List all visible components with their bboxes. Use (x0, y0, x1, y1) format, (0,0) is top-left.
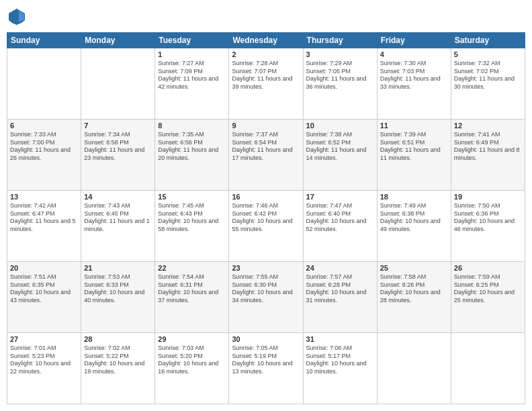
calendar-cell: 19Sunrise: 7:50 AM Sunset: 6:36 PM Dayli… (451, 191, 525, 262)
day-number: 4 (380, 50, 448, 58)
calendar-week-row: 20Sunrise: 7:51 AM Sunset: 6:35 PM Dayli… (7, 262, 525, 333)
calendar-cell: 7Sunrise: 7:34 AM Sunset: 6:58 PM Daylig… (81, 120, 155, 191)
day-number: 5 (454, 50, 522, 58)
calendar-week-row: 6Sunrise: 7:33 AM Sunset: 7:00 PM Daylig… (7, 120, 525, 191)
day-number: 9 (232, 122, 300, 130)
day-number: 26 (454, 264, 522, 272)
day-header: Thursday (303, 33, 377, 48)
day-number: 29 (158, 335, 226, 343)
calendar-cell: 6Sunrise: 7:33 AM Sunset: 7:00 PM Daylig… (7, 120, 81, 191)
cell-info: Sunrise: 7:49 AM Sunset: 6:38 PM Dayligh… (380, 202, 448, 234)
day-number: 15 (158, 193, 226, 201)
header (7, 7, 525, 27)
cell-info: Sunrise: 7:34 AM Sunset: 6:58 PM Dayligh… (84, 131, 152, 163)
cell-info: Sunrise: 7:51 AM Sunset: 6:35 PM Dayligh… (10, 273, 78, 305)
calendar-cell: 20Sunrise: 7:51 AM Sunset: 6:35 PM Dayli… (7, 262, 81, 333)
cell-info: Sunrise: 7:58 AM Sunset: 6:26 PM Dayligh… (380, 273, 448, 305)
cell-info: Sunrise: 7:53 AM Sunset: 6:33 PM Dayligh… (84, 273, 152, 305)
day-number: 14 (84, 193, 152, 201)
day-number: 30 (232, 335, 300, 343)
cell-info: Sunrise: 7:50 AM Sunset: 6:36 PM Dayligh… (454, 202, 522, 234)
page: SundayMondayTuesdayWednesdayThursdayFrid… (0, 0, 532, 411)
logo (7, 7, 30, 27)
cell-info: Sunrise: 7:47 AM Sunset: 6:40 PM Dayligh… (306, 202, 374, 234)
cell-info: Sunrise: 7:54 AM Sunset: 6:31 PM Dayligh… (158, 273, 226, 305)
day-header: Monday (81, 33, 155, 48)
cell-info: Sunrise: 7:29 AM Sunset: 7:05 PM Dayligh… (306, 60, 374, 91)
day-number: 31 (306, 335, 374, 343)
calendar-header-row: SundayMondayTuesdayWednesdayThursdayFrid… (7, 33, 525, 48)
calendar-cell: 11Sunrise: 7:39 AM Sunset: 6:51 PM Dayli… (377, 120, 451, 191)
cell-info: Sunrise: 7:42 AM Sunset: 6:47 PM Dayligh… (10, 202, 78, 234)
day-number: 16 (232, 193, 300, 201)
day-number: 27 (10, 335, 78, 343)
calendar-cell: 1Sunrise: 7:27 AM Sunset: 7:09 PM Daylig… (155, 48, 229, 120)
day-number: 17 (306, 193, 374, 201)
logo-icon (7, 7, 27, 27)
calendar-cell: 9Sunrise: 7:37 AM Sunset: 6:54 PM Daylig… (229, 120, 303, 191)
cell-info: Sunrise: 7:41 AM Sunset: 6:49 PM Dayligh… (454, 131, 522, 163)
calendar-cell (451, 333, 525, 404)
calendar-cell (81, 48, 155, 120)
cell-info: Sunrise: 7:46 AM Sunset: 6:42 PM Dayligh… (232, 202, 300, 234)
cell-info: Sunrise: 7:28 AM Sunset: 7:07 PM Dayligh… (232, 60, 300, 91)
day-header: Sunday (7, 33, 81, 48)
calendar-cell: 30Sunrise: 7:05 AM Sunset: 5:19 PM Dayli… (229, 333, 303, 404)
day-number: 6 (10, 122, 78, 130)
cell-info: Sunrise: 7:35 AM Sunset: 6:56 PM Dayligh… (158, 131, 226, 163)
day-header: Tuesday (155, 33, 229, 48)
day-number: 18 (380, 193, 448, 201)
cell-info: Sunrise: 7:05 AM Sunset: 5:19 PM Dayligh… (232, 345, 300, 376)
calendar-cell: 15Sunrise: 7:45 AM Sunset: 6:43 PM Dayli… (155, 191, 229, 262)
svg-marker-2 (9, 9, 19, 25)
calendar-cell: 12Sunrise: 7:41 AM Sunset: 6:49 PM Dayli… (451, 120, 525, 191)
calendar-cell (377, 333, 451, 404)
calendar-cell: 5Sunrise: 7:32 AM Sunset: 7:02 PM Daylig… (451, 48, 525, 120)
calendar-cell: 24Sunrise: 7:57 AM Sunset: 6:28 PM Dayli… (303, 262, 377, 333)
day-number: 3 (306, 50, 374, 58)
calendar-cell: 3Sunrise: 7:29 AM Sunset: 7:05 PM Daylig… (303, 48, 377, 120)
cell-info: Sunrise: 7:39 AM Sunset: 6:51 PM Dayligh… (380, 131, 448, 163)
cell-info: Sunrise: 7:03 AM Sunset: 5:20 PM Dayligh… (158, 345, 226, 376)
day-header: Wednesday (229, 33, 303, 48)
day-number: 10 (306, 122, 374, 130)
day-number: 2 (232, 50, 300, 58)
calendar-body: 1Sunrise: 7:27 AM Sunset: 7:09 PM Daylig… (7, 48, 525, 404)
cell-info: Sunrise: 7:27 AM Sunset: 7:09 PM Dayligh… (158, 60, 226, 91)
calendar-week-row: 27Sunrise: 7:01 AM Sunset: 5:23 PM Dayli… (7, 333, 525, 404)
cell-info: Sunrise: 7:45 AM Sunset: 6:43 PM Dayligh… (158, 202, 226, 234)
calendar-cell: 16Sunrise: 7:46 AM Sunset: 6:42 PM Dayli… (229, 191, 303, 262)
cell-info: Sunrise: 7:38 AM Sunset: 6:52 PM Dayligh… (306, 131, 374, 163)
cell-info: Sunrise: 7:33 AM Sunset: 7:00 PM Dayligh… (10, 131, 78, 163)
day-number: 12 (454, 122, 522, 130)
calendar-cell (7, 48, 81, 120)
day-number: 25 (380, 264, 448, 272)
calendar-cell: 31Sunrise: 7:06 AM Sunset: 5:17 PM Dayli… (303, 333, 377, 404)
cell-info: Sunrise: 7:02 AM Sunset: 5:22 PM Dayligh… (84, 345, 152, 376)
cell-info: Sunrise: 7:59 AM Sunset: 6:25 PM Dayligh… (454, 273, 522, 305)
calendar-cell: 14Sunrise: 7:43 AM Sunset: 6:45 PM Dayli… (81, 191, 155, 262)
day-number: 19 (454, 193, 522, 201)
calendar-cell: 21Sunrise: 7:53 AM Sunset: 6:33 PM Dayli… (81, 262, 155, 333)
calendar-cell: 23Sunrise: 7:55 AM Sunset: 6:30 PM Dayli… (229, 262, 303, 333)
day-number: 22 (158, 264, 226, 272)
calendar-cell: 25Sunrise: 7:58 AM Sunset: 6:26 PM Dayli… (377, 262, 451, 333)
cell-info: Sunrise: 7:55 AM Sunset: 6:30 PM Dayligh… (232, 273, 300, 305)
day-number: 11 (380, 122, 448, 130)
cell-info: Sunrise: 7:06 AM Sunset: 5:17 PM Dayligh… (306, 345, 374, 376)
cell-info: Sunrise: 7:01 AM Sunset: 5:23 PM Dayligh… (10, 345, 78, 376)
cell-info: Sunrise: 7:57 AM Sunset: 6:28 PM Dayligh… (306, 273, 374, 305)
calendar-cell: 17Sunrise: 7:47 AM Sunset: 6:40 PM Dayli… (303, 191, 377, 262)
day-header: Friday (377, 33, 451, 48)
calendar-week-row: 13Sunrise: 7:42 AM Sunset: 6:47 PM Dayli… (7, 191, 525, 262)
calendar-cell: 26Sunrise: 7:59 AM Sunset: 6:25 PM Dayli… (451, 262, 525, 333)
calendar-cell: 18Sunrise: 7:49 AM Sunset: 6:38 PM Dayli… (377, 191, 451, 262)
day-number: 8 (158, 122, 226, 130)
calendar: SundayMondayTuesdayWednesdayThursdayFrid… (7, 32, 525, 404)
calendar-cell: 13Sunrise: 7:42 AM Sunset: 6:47 PM Dayli… (7, 191, 81, 262)
day-number: 23 (232, 264, 300, 272)
calendar-cell: 8Sunrise: 7:35 AM Sunset: 6:56 PM Daylig… (155, 120, 229, 191)
calendar-cell: 27Sunrise: 7:01 AM Sunset: 5:23 PM Dayli… (7, 333, 81, 404)
day-number: 21 (84, 264, 152, 272)
day-number: 1 (158, 50, 226, 58)
